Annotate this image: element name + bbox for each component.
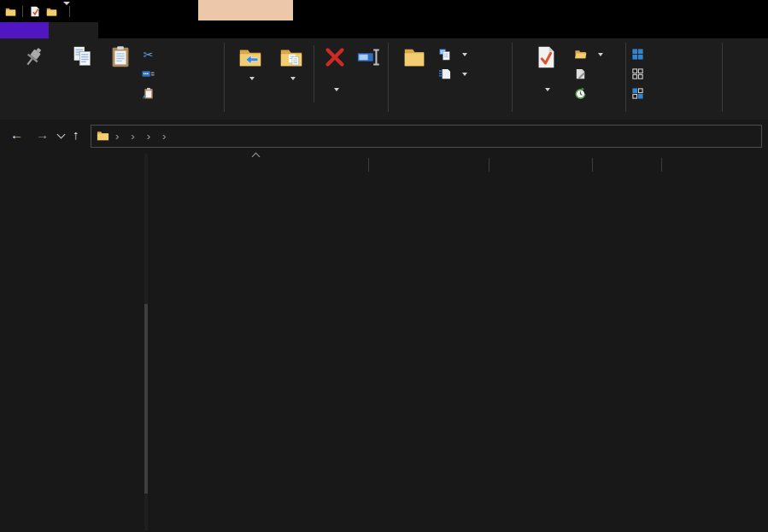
select-none-button[interactable] [631,65,653,84]
properties-button[interactable] [521,41,571,95]
select-all-button[interactable] [631,45,653,64]
new-folder-qat-icon[interactable] [46,6,57,17]
address-folder-icon [97,129,109,144]
manage-contextual-tab[interactable] [198,0,293,20]
properties-icon [521,41,571,73]
copy-to-button[interactable] [273,41,310,84]
dropdown-caret-icon [334,88,339,91]
scissors-icon: ✂ [142,48,155,61]
sidebar-scrollbar[interactable] [144,154,148,530]
select-all-icon [631,48,648,62]
sidebar-scrollbar-thumb[interactable] [144,304,148,494]
paste-shortcut-button[interactable] [142,85,163,103]
dropdown-caret-icon [545,88,550,91]
copy-icon [65,41,101,73]
properties-qat-icon[interactable] [29,6,40,17]
history-button[interactable] [574,85,595,103]
ribbon-group-clipboard: ✂ [0,38,225,120]
copy-path-button[interactable] [142,65,163,84]
address-bar-row: ← → ↑ › › › › [0,120,768,152]
breadcrumb-separator: › [109,130,125,143]
open-button[interactable] [574,45,603,64]
recent-locations-caret-icon[interactable] [57,131,66,139]
breadcrumb-separator: › [141,130,156,143]
history-icon [574,87,591,102]
new-item-button[interactable] [438,45,467,64]
column-divider[interactable] [489,158,490,172]
new-folder-icon [394,41,435,73]
paste-icon [103,41,138,73]
pushpin-icon [4,41,62,73]
dropdown-caret-icon [249,77,255,80]
file-list-pane [150,152,768,532]
paste-shortcut-icon [142,87,159,102]
cut-button[interactable]: ✂ [142,45,159,64]
group-divider [722,43,723,112]
pin-to-quick-access-button[interactable] [4,41,62,73]
organize-inner-divider [314,45,314,102]
easy-access-button[interactable] [438,65,467,84]
breadcrumb-separator: › [125,130,140,143]
rename-icon [349,41,389,73]
dropdown-caret-icon [462,53,467,56]
new-folder-button[interactable] [394,41,435,73]
tab-disc-image-tools[interactable] [198,22,293,38]
open-icon [574,48,591,62]
select-none-icon [631,67,648,82]
column-divider[interactable] [661,158,662,172]
ribbon-tab-row [0,22,768,38]
quick-access-toolbar [5,5,70,17]
paste-button[interactable] [103,41,138,73]
move-to-button[interactable] [232,41,269,84]
delete-button[interactable] [317,41,353,95]
breadcrumb-separator: › [156,130,172,143]
navigation-pane [0,152,150,532]
dropdown-caret-icon [462,73,467,76]
explorer-folder-icon[interactable] [5,6,16,17]
delete-icon [317,41,353,73]
address-box[interactable]: › › › › [91,125,762,148]
tab-file[interactable] [0,22,49,38]
ribbon-group-new [389,38,513,120]
tab-share[interactable] [98,22,147,38]
tab-view[interactable] [147,22,196,38]
invert-selection-icon [631,87,648,102]
qat-separator [69,6,70,17]
forward-button[interactable]: → [36,127,49,143]
ribbon-group-organize [225,38,389,120]
ribbon-group-open [513,38,626,120]
ribbon: ✂ [0,38,768,120]
move-to-icon [232,41,269,73]
dropdown-caret-icon [598,53,603,56]
copy-to-icon [273,41,310,73]
sort-ascending-icon [252,153,261,161]
new-item-icon [438,48,455,62]
back-button[interactable]: ← [10,127,23,143]
title-bar [0,0,768,22]
up-button[interactable]: ↑ [73,127,79,143]
copy-path-icon [142,67,159,82]
column-header-row [150,155,664,174]
column-divider[interactable] [592,158,593,172]
easy-access-icon [438,67,455,82]
tab-home[interactable] [49,22,98,38]
ribbon-group-select [626,38,723,120]
dropdown-caret-icon [290,77,296,80]
rename-button[interactable] [349,41,389,73]
edit-button[interactable] [574,65,595,84]
edit-icon [574,67,591,82]
qat-separator [22,6,23,17]
file-explorer-window: ✂ [0,0,768,532]
column-divider[interactable] [368,158,369,172]
copy-button[interactable] [65,41,101,73]
invert-selection-button[interactable] [631,85,653,103]
